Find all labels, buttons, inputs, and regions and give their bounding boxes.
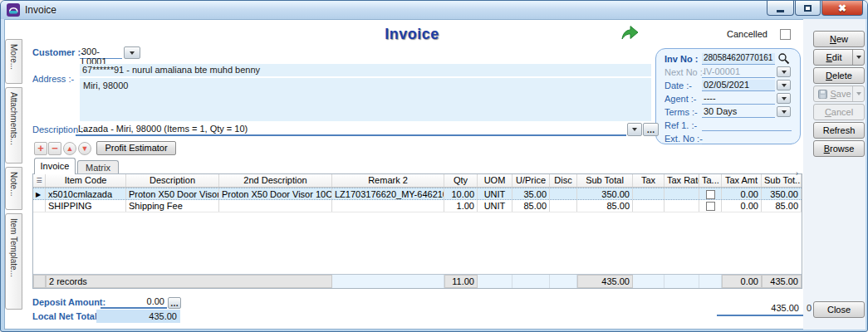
ref1-field[interactable] — [702, 120, 792, 131]
ext-no-field[interactable] — [702, 133, 792, 144]
cell-tax-rate[interactable] — [664, 188, 699, 199]
col-header-uom[interactable]: UOM — [478, 174, 512, 187]
browse-button[interactable]: Browse — [813, 140, 865, 157]
description-dropdown-button[interactable] — [627, 123, 642, 136]
cell-item-code[interactable]: x5010cmlazada — [46, 188, 126, 199]
cell-disc[interactable] — [550, 200, 577, 212]
maximize-button[interactable] — [795, 1, 821, 16]
tab-matrix[interactable]: Matrix — [77, 160, 119, 174]
inv-no-field[interactable]: 280584620770161 — [702, 53, 775, 65]
edit-dropdown-button[interactable] — [852, 50, 864, 65]
cell-uprice[interactable]: 85.00 — [512, 200, 550, 212]
tax-inclusive-checkbox[interactable] — [706, 202, 715, 211]
sidebar-tab-attachments[interactable]: Attachments... — [5, 87, 22, 164]
description-more-button[interactable]: … — [643, 123, 659, 136]
deposit-amount-label: Deposit Amount: — [32, 297, 105, 307]
splitter-expand-icon[interactable]: › — [796, 169, 798, 178]
save-dropdown-button[interactable] — [852, 86, 864, 101]
col-header-tax-amt[interactable]: Tax Amt — [722, 174, 762, 187]
sidebar-tab-item-template[interactable]: Item Template... — [5, 213, 22, 310]
cell-item-code[interactable]: SHIPPING — [46, 200, 126, 212]
clipped-amount-fragment: 0 — [807, 303, 812, 314]
cell-subtotal-with-tax[interactable]: 85.00 — [762, 200, 802, 212]
cell-subtotal[interactable]: 85.00 — [577, 200, 633, 212]
edit-button[interactable]: Edit — [813, 49, 865, 66]
cell-qty[interactable]: 10.00 — [444, 188, 478, 199]
tax-inclusive-checkbox[interactable] — [706, 190, 715, 199]
transfer-arrow-icon[interactable] — [620, 25, 640, 41]
cell-qty[interactable]: 1.00 — [444, 200, 478, 212]
minimize-button[interactable] — [767, 1, 794, 16]
search-icon[interactable] — [777, 52, 790, 65]
agent-dropdown-button[interactable] — [777, 93, 791, 104]
footer-qty-total: 11.00 — [444, 275, 478, 288]
close-button[interactable]: Close — [813, 301, 865, 318]
table-row[interactable]: ▶ x5010cmlazada Proton X50 Door Visor 10… — [33, 188, 802, 200]
cancelled-checkbox[interactable] — [780, 29, 791, 40]
sidebar-tab-more[interactable]: More... — [5, 39, 22, 84]
chevron-down-icon — [130, 51, 135, 55]
invoice-window: Invoice ✖ More... Attachments... Note...… — [0, 0, 868, 332]
cell-tax-rate[interactable] — [664, 200, 699, 212]
tab-invoice[interactable]: Invoice — [34, 158, 76, 174]
cell-uprice[interactable]: 35.00 — [512, 188, 550, 199]
cell-tax[interactable] — [633, 200, 664, 212]
document-total-value: 435.00 — [714, 303, 799, 313]
cell-remark2[interactable]: LZ1703176620_MY-6462108672 — [332, 188, 444, 199]
deposit-more-button[interactable]: … — [168, 297, 181, 309]
move-row-down-button[interactable]: ▼ — [78, 142, 91, 155]
cancel-button[interactable]: Cancel — [813, 104, 865, 120]
chevron-down-icon — [856, 92, 861, 95]
cell-tax-amt[interactable]: 0.00 — [722, 188, 762, 199]
cell-uom[interactable]: UNIT — [478, 188, 512, 199]
customer-dropdown-button[interactable] — [124, 46, 140, 59]
col-header-disc[interactable]: Disc — [550, 174, 577, 187]
col-header-remark2[interactable]: Remark 2 — [332, 174, 444, 187]
col-header-description[interactable]: Description — [126, 174, 219, 187]
col-header-tax-inclusive[interactable]: Ta... — [699, 174, 722, 187]
sidebar-tab-note[interactable]: Note... — [5, 167, 22, 210]
delete-button[interactable]: Delete — [813, 67, 865, 84]
col-header-qty[interactable]: Qty — [444, 174, 478, 187]
cell-tax[interactable] — [633, 188, 664, 199]
col-header-item-code[interactable]: Item Code — [46, 174, 126, 187]
cell-tax-amt[interactable]: 0.00 — [722, 200, 762, 212]
remove-row-button[interactable]: − — [48, 142, 61, 155]
agent-field[interactable]: ---- — [702, 93, 775, 105]
cell-subtotal[interactable]: 350.00 — [577, 188, 633, 199]
date-dropdown-button[interactable] — [777, 80, 791, 90]
cell-2nd-description[interactable]: Proton X50 Door Visor 10CM Air... — [219, 188, 332, 199]
chevron-down-icon — [782, 97, 787, 100]
col-header-tax-rate[interactable]: Tax Rate — [664, 174, 699, 187]
inv-no-label: Inv No : — [664, 54, 698, 64]
profit-estimator-button[interactable]: Profit Estimator — [96, 141, 176, 155]
cell-2nd-description[interactable] — [219, 200, 332, 212]
address-field[interactable]: Miri, 98000 — [80, 78, 651, 121]
cell-uom[interactable]: UNIT — [478, 200, 512, 212]
next-no-dropdown-button[interactable] — [777, 66, 791, 77]
next-no-field[interactable]: IV-00001 — [702, 66, 775, 78]
close-window-button[interactable]: ✖ — [821, 1, 863, 16]
move-row-up-button[interactable]: ▲ — [63, 142, 76, 155]
save-button[interactable]: Save — [813, 85, 865, 102]
col-header-subtotal[interactable]: Sub Total — [577, 174, 633, 187]
description-field[interactable]: Lazada - Miri, 98000 (Items = 1, Qty = 1… — [76, 124, 626, 136]
new-button[interactable]: New — [813, 31, 865, 47]
cell-disc[interactable] — [550, 188, 577, 199]
cell-description[interactable]: Shipping Fee — [126, 200, 219, 212]
date-field[interactable]: 02/05/2021 — [702, 80, 775, 91]
refresh-button[interactable]: Refresh — [813, 122, 865, 139]
col-header-uprice[interactable]: U/Price — [512, 174, 550, 187]
deposit-amount-field[interactable]: 0.00 — [101, 296, 167, 309]
cell-description[interactable]: Proton X50 Door Visor 10CM Ai... — [126, 188, 219, 199]
terms-dropdown-button[interactable] — [777, 106, 791, 117]
terms-field[interactable]: 30 Days — [702, 106, 775, 118]
column-chooser-icon[interactable]: ☰ — [33, 174, 46, 187]
col-header-2nd-description[interactable]: 2nd Description — [219, 174, 332, 187]
customer-code-field[interactable]: 300-L0001 — [80, 46, 122, 59]
add-row-button[interactable]: + — [34, 142, 47, 155]
col-header-tax[interactable]: Tax — [633, 174, 664, 187]
table-row[interactable]: SHIPPING Shipping Fee 1.00 UNIT 85.00 85… — [33, 200, 802, 212]
cell-subtotal-with-tax[interactable]: 350.00 — [762, 188, 802, 199]
cell-remark2[interactable] — [332, 200, 444, 212]
